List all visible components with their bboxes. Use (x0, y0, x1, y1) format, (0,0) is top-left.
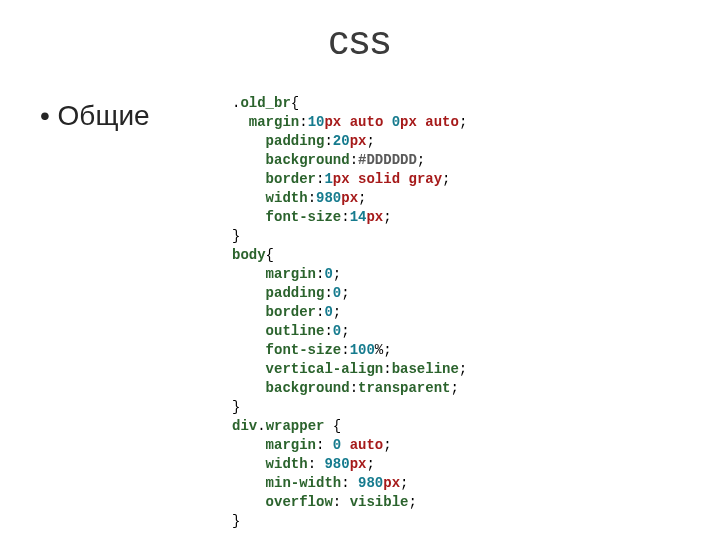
css-code-block: .old_br{ margin:10px auto 0px auto; padd… (232, 94, 467, 531)
slide-title: css (0, 18, 720, 63)
bullet-item: Общие (40, 100, 150, 132)
slide: css Общие .old_br{ margin:10px auto 0px … (0, 0, 720, 540)
